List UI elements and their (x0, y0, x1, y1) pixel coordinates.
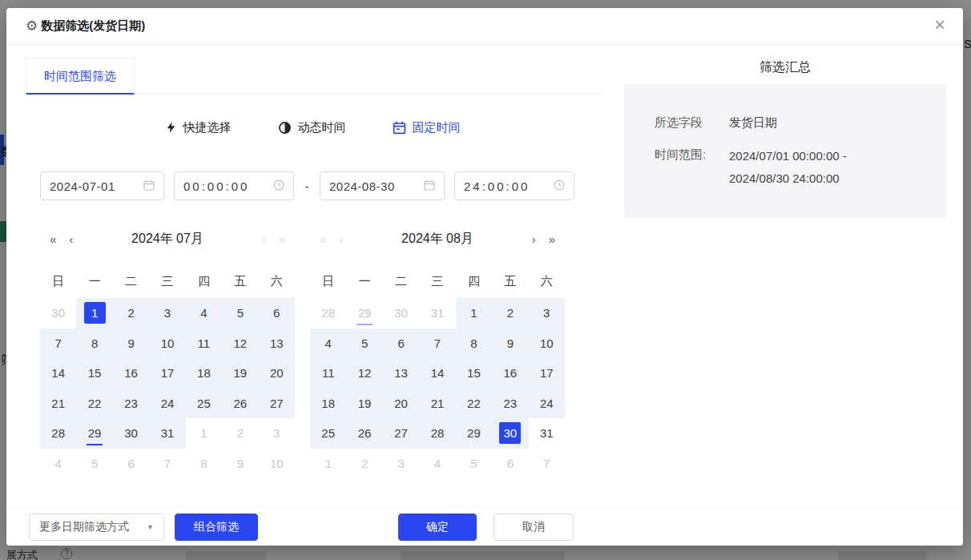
date-cell[interactable]: 5 (222, 298, 258, 328)
date-cell[interactable]: 27 (383, 418, 419, 449)
date-cell[interactable]: 14 (40, 358, 76, 389)
date-cell[interactable]: 7 (529, 449, 565, 479)
start-time-input[interactable]: 00:00:00 (174, 171, 294, 200)
date-cell[interactable]: 22 (456, 389, 492, 419)
date-cell[interactable]: 6 (113, 449, 149, 479)
date-cell[interactable]: 4 (40, 449, 76, 479)
date-cell[interactable]: 6 (259, 298, 295, 328)
date-cell[interactable]: 9 (492, 328, 528, 359)
date-cell[interactable]: 29 (346, 298, 382, 328)
date-cell[interactable]: 24 (149, 389, 185, 419)
date-cell[interactable]: 30 (113, 418, 149, 449)
date-cell[interactable]: 10 (529, 328, 565, 359)
date-cell[interactable]: 19 (346, 389, 382, 419)
date-cell[interactable]: 3 (259, 418, 295, 449)
date-cell[interactable]: 18 (310, 389, 346, 419)
date-cell[interactable]: 2 (113, 298, 149, 328)
date-cell[interactable]: 28 (419, 418, 455, 449)
date-cell[interactable]: 3 (383, 449, 419, 479)
date-cell[interactable]: 26 (346, 418, 382, 449)
date-cell[interactable]: 11 (186, 328, 222, 359)
combine-filter-button[interactable]: 组合筛选 (175, 514, 258, 541)
date-cell[interactable]: 13 (259, 328, 295, 359)
date-cell[interactable]: 11 (310, 358, 346, 389)
date-cell[interactable]: 22 (76, 389, 112, 419)
date-cell[interactable]: 2 (492, 298, 528, 328)
date-cell[interactable]: 14 (419, 358, 455, 389)
date-cell[interactable]: 1 (186, 418, 222, 449)
date-cell[interactable]: 16 (492, 358, 528, 389)
date-cell[interactable]: 6 (383, 328, 419, 359)
date-cell[interactable]: 19 (222, 358, 258, 389)
mode-fixed-time[interactable]: 固定时间 (393, 120, 461, 135)
ok-button[interactable]: 确定 (398, 514, 477, 541)
date-cell[interactable]: 27 (259, 389, 295, 419)
prev-year-button[interactable]: « (43, 232, 62, 246)
date-cell[interactable]: 23 (492, 389, 528, 419)
cancel-button[interactable]: 取消 (494, 514, 574, 541)
prev-month-button[interactable]: ‹ (332, 232, 349, 246)
date-cell[interactable]: 13 (383, 358, 419, 389)
next-month-button[interactable]: › (526, 232, 542, 246)
end-time-input[interactable]: 24:00:00 (454, 171, 574, 200)
date-cell[interactable]: 16 (113, 358, 149, 389)
next-month-button[interactable]: › (256, 232, 272, 246)
date-cell[interactable]: 21 (419, 389, 455, 419)
date-cell[interactable]: 7 (40, 328, 76, 359)
date-cell[interactable]: 6 (492, 449, 528, 479)
date-cell[interactable]: 10 (259, 449, 295, 479)
date-cell[interactable]: 9 (222, 449, 258, 479)
date-cell[interactable]: 30 (383, 298, 419, 328)
date-cell[interactable]: 20 (259, 358, 295, 389)
date-cell[interactable]: 4 (310, 328, 346, 359)
date-cell[interactable]: 26 (222, 389, 258, 419)
date-cell[interactable]: 28 (40, 418, 76, 449)
date-cell[interactable]: 21 (40, 389, 76, 419)
date-cell[interactable]: 1 (456, 298, 492, 328)
date-cell[interactable]: 29 (76, 418, 112, 449)
date-cell[interactable]: 24 (529, 389, 565, 419)
date-cell[interactable]: 12 (346, 358, 382, 389)
date-cell[interactable]: 5 (346, 328, 382, 359)
date-cell[interactable]: 25 (310, 418, 346, 449)
date-cell[interactable]: 9 (113, 328, 149, 359)
end-date-input[interactable]: 2024-08-30 (320, 171, 445, 200)
more-date-filter-select[interactable]: 更多日期筛选方式 ▼ (29, 514, 164, 541)
date-cell[interactable]: 8 (456, 328, 492, 359)
prev-year-button[interactable]: « (313, 232, 332, 246)
date-cell[interactable]: 3 (149, 298, 185, 328)
date-cell[interactable]: 30 (40, 298, 76, 328)
date-cell[interactable]: 15 (76, 358, 112, 389)
next-year-button[interactable]: » (542, 232, 562, 246)
date-cell[interactable]: 20 (383, 389, 419, 419)
mode-quick-select[interactable]: 快捷选择 (165, 120, 232, 135)
date-cell[interactable]: 5 (456, 449, 492, 479)
date-cell[interactable]: 18 (186, 358, 222, 389)
date-cell[interactable]: 10 (149, 328, 185, 359)
date-cell[interactable]: 25 (186, 389, 222, 419)
date-cell[interactable]: 2 (346, 449, 382, 479)
date-cell[interactable]: 5 (76, 449, 112, 479)
date-cell[interactable]: 1 (76, 298, 112, 328)
date-cell[interactable]: 28 (310, 298, 346, 328)
date-cell[interactable]: 23 (113, 389, 149, 419)
date-cell[interactable]: 29 (456, 418, 492, 449)
date-cell[interactable]: 31 (529, 418, 565, 449)
date-cell[interactable]: 17 (529, 358, 565, 389)
date-cell[interactable]: 15 (456, 358, 492, 389)
date-cell[interactable]: 31 (419, 298, 455, 328)
date-cell[interactable]: 2 (222, 418, 258, 449)
close-icon[interactable]: × (934, 15, 945, 34)
start-date-input[interactable]: 2024-07-01 (40, 171, 164, 200)
date-cell[interactable]: 7 (149, 449, 185, 479)
mode-dynamic-time[interactable]: 动态时间 (278, 120, 346, 135)
date-cell[interactable]: 12 (222, 328, 258, 359)
date-cell[interactable]: 8 (76, 328, 112, 359)
tab-time-range-filter[interactable]: 时间范围筛选 (26, 58, 135, 95)
date-cell[interactable]: 3 (529, 298, 565, 328)
date-cell[interactable]: 8 (186, 449, 222, 479)
prev-month-button[interactable]: ‹ (62, 232, 79, 246)
date-cell[interactable]: 4 (419, 449, 455, 479)
date-cell[interactable]: 4 (186, 298, 222, 328)
next-year-button[interactable]: » (272, 232, 292, 246)
